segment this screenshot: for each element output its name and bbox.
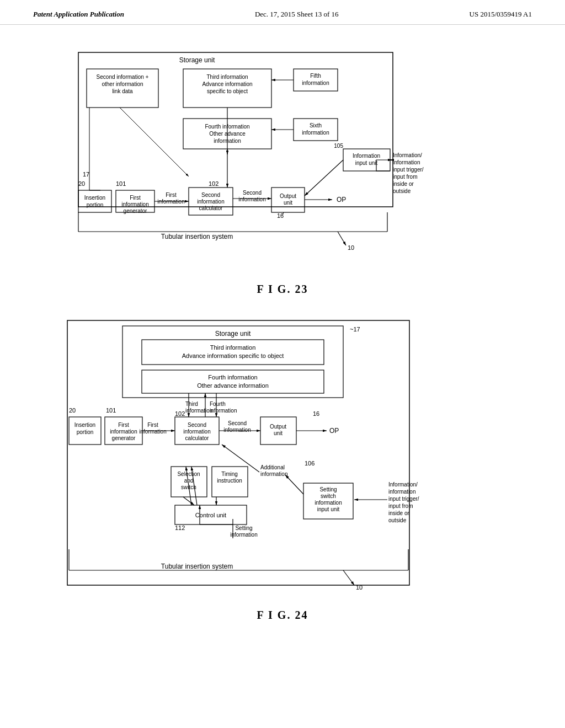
svg-text:Second: Second xyxy=(243,190,262,196)
svg-text:105: 105 xyxy=(334,143,343,149)
svg-text:unit: unit xyxy=(284,200,292,206)
svg-text:Additional: Additional xyxy=(260,464,285,470)
svg-text:Fifth: Fifth xyxy=(310,73,321,79)
svg-text:outside: outside xyxy=(388,517,407,523)
svg-text:information: information xyxy=(302,130,329,136)
svg-text:20: 20 xyxy=(69,407,76,414)
fig23-storage-label: Storage unit xyxy=(179,56,215,64)
svg-text:input from: input from xyxy=(388,503,413,509)
svg-text:112: 112 xyxy=(175,524,185,531)
svg-line-56 xyxy=(305,160,343,196)
svg-text:generator: generator xyxy=(124,208,147,214)
svg-text:inside or: inside or xyxy=(388,510,409,516)
svg-text:unit: unit xyxy=(274,430,282,436)
svg-text:calculator: calculator xyxy=(185,435,209,441)
svg-text:Information/: Information/ xyxy=(388,481,418,488)
svg-text:17: 17 xyxy=(83,171,89,178)
page-content: Storage unit Second information + other … xyxy=(0,25,565,655)
svg-line-145 xyxy=(285,475,303,494)
svg-text:Information: Information xyxy=(353,153,380,159)
svg-text:link data: link data xyxy=(112,88,133,94)
svg-text:Insertion: Insertion xyxy=(74,422,95,428)
svg-text:specific to object: specific to object xyxy=(207,88,248,94)
svg-line-28 xyxy=(120,108,189,176)
svg-text:20: 20 xyxy=(78,180,85,187)
svg-text:Tubular insertion system: Tubular insertion system xyxy=(161,233,233,240)
svg-text:Insertion: Insertion xyxy=(84,195,105,201)
svg-text:information: information xyxy=(315,500,342,506)
svg-text:Selection: Selection xyxy=(177,471,200,477)
svg-text:information: information xyxy=(121,201,148,207)
svg-text:outside: outside xyxy=(393,188,411,194)
fig24-title: F I G. 24 xyxy=(33,609,532,622)
svg-text:input trigger/: input trigger/ xyxy=(388,496,419,502)
svg-text:101: 101 xyxy=(116,180,126,187)
svg-text:Output: Output xyxy=(270,424,286,430)
svg-text:Sixth: Sixth xyxy=(310,122,322,129)
svg-line-165 xyxy=(343,570,354,585)
svg-text:Third information: Third information xyxy=(206,74,248,80)
svg-text:~17: ~17 xyxy=(350,326,360,333)
svg-text:102: 102 xyxy=(209,180,218,187)
svg-line-146 xyxy=(222,445,259,472)
svg-text:Fourth: Fourth xyxy=(210,401,226,407)
svg-line-75 xyxy=(338,232,346,245)
svg-text:information: information xyxy=(260,471,287,477)
svg-text:generator: generator xyxy=(112,435,136,441)
svg-text:First: First xyxy=(118,422,129,428)
svg-text:information: information xyxy=(110,429,137,435)
svg-text:information: information xyxy=(183,429,210,435)
svg-text:Second: Second xyxy=(188,422,206,428)
svg-text:information: information xyxy=(388,489,415,495)
svg-text:First: First xyxy=(147,422,158,428)
svg-text:calculator: calculator xyxy=(199,205,223,211)
svg-text:First: First xyxy=(166,192,177,198)
svg-text:information: information xyxy=(197,199,224,205)
svg-text:16: 16 xyxy=(313,410,319,417)
svg-text:input trigger/: input trigger/ xyxy=(393,167,424,173)
svg-text:Second information +: Second information + xyxy=(97,74,149,80)
svg-text:OP: OP xyxy=(337,196,346,204)
svg-text:Second: Second xyxy=(228,420,247,426)
svg-text:16: 16 xyxy=(277,212,284,219)
header-publication: Patent Application Publication xyxy=(33,10,124,19)
svg-text:106: 106 xyxy=(305,460,315,467)
svg-text:Advance information: Advance information xyxy=(202,81,252,87)
svg-rect-80 xyxy=(67,320,409,585)
svg-text:switch: switch xyxy=(321,493,336,499)
svg-text:Setting: Setting xyxy=(319,486,337,493)
svg-text:information: information xyxy=(393,159,420,165)
fig23-svg: Storage unit Second information + other … xyxy=(34,41,531,279)
svg-text:Fourth information: Fourth information xyxy=(208,374,257,381)
svg-text:instruction: instruction xyxy=(217,478,242,484)
svg-text:Setting: Setting xyxy=(235,525,252,531)
svg-text:input from: input from xyxy=(393,174,417,180)
fig24-svg: Storage unit ~17 Third information Advan… xyxy=(34,312,531,604)
svg-text:information: information xyxy=(185,408,212,414)
svg-text:portion: portion xyxy=(77,429,94,435)
svg-text:and: and xyxy=(184,478,194,484)
fig23-wrapper: Storage unit Second information + other … xyxy=(33,41,532,296)
header-sheet: Dec. 17, 2015 Sheet 13 of 16 xyxy=(255,10,339,19)
svg-text:OP: OP xyxy=(329,427,339,435)
header-patent: US 2015/0359419 A1 xyxy=(470,10,532,19)
fig23-title: F I G. 23 xyxy=(33,283,532,296)
svg-text:information: information xyxy=(302,80,329,86)
svg-text:information: information xyxy=(210,408,237,414)
svg-text:101: 101 xyxy=(106,407,116,414)
svg-text:First: First xyxy=(130,195,141,201)
svg-text:portion: portion xyxy=(87,202,104,208)
svg-text:102: 102 xyxy=(175,410,185,417)
svg-text:Storage unit: Storage unit xyxy=(215,330,251,338)
svg-text:input unit: input unit xyxy=(317,506,340,512)
svg-text:Third information: Third information xyxy=(210,344,256,351)
svg-text:Second: Second xyxy=(201,192,220,198)
svg-line-133 xyxy=(183,497,194,505)
svg-text:Tubular insertion system: Tubular insertion system xyxy=(161,563,233,570)
svg-text:inside or: inside or xyxy=(393,181,414,187)
svg-text:information: information xyxy=(238,196,265,202)
svg-text:Information/: Information/ xyxy=(393,152,422,158)
fig24-wrapper: Storage unit ~17 Third information Advan… xyxy=(33,312,532,622)
svg-text:Third: Third xyxy=(185,401,198,407)
svg-text:information: information xyxy=(230,532,257,538)
